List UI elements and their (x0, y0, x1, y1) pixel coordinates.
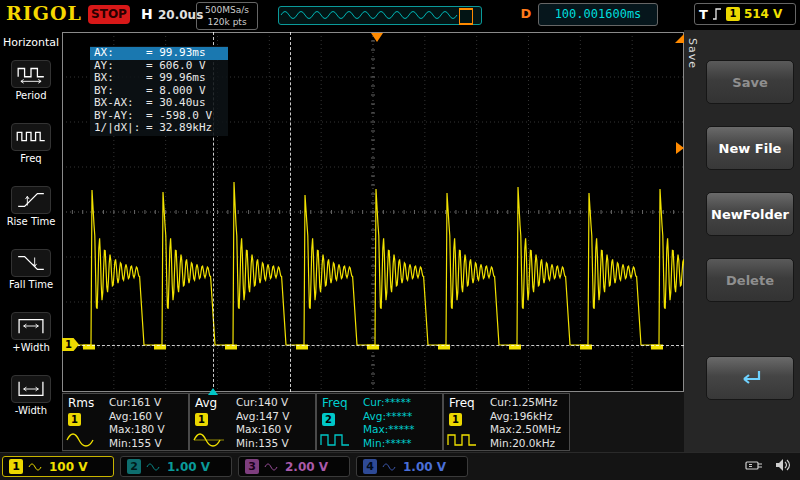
measurement-channel-badge: 1 (449, 413, 462, 426)
cursor-b-vertical-line[interactable] (290, 32, 291, 392)
pulse-wave-icon (446, 431, 480, 453)
cursor-row-bxax: BX-AX: = 30.40us (90, 97, 228, 110)
measurement-values: Cur:140 V Avg:147 V Max:160 V Min:135 V (236, 396, 292, 450)
measurement-max: Max:160 V (236, 423, 292, 437)
cursor-horizontal-line[interactable] (62, 345, 684, 346)
measurement-name: Avg (195, 396, 217, 410)
channel-2-block[interactable]: 2 1.00 V (120, 456, 232, 477)
cursor-row-freq: 1/|dX|: = 32.89kHz (90, 122, 228, 135)
measurement-max: Max:2.50MHz (490, 423, 561, 437)
cursor-handle-marker[interactable] (208, 388, 218, 395)
trigger-info-box: T 1 514 V (694, 3, 796, 25)
sidebar-item-label: +Width (12, 342, 49, 353)
channel-scale: 2.00 V (285, 460, 328, 474)
sidebar-item-label: -Width (15, 405, 47, 416)
sidebar-item-period[interactable]: Period (0, 49, 62, 112)
channel-number-badge: 1 (9, 459, 23, 474)
return-arrow-icon (737, 368, 763, 388)
measurement-max: Max:***** (363, 423, 415, 437)
memory-depth: 120k pts (197, 16, 257, 28)
cursor-row-value: = 32.89kHz (146, 122, 224, 135)
cursor-row-value: = 99.96ms (146, 72, 224, 85)
measurement-cell-freq-ch2[interactable]: Freq 2 Cur:***** Avg:***** Max:***** Min… (316, 393, 443, 451)
measurement-name: Rms (68, 396, 94, 410)
cursor-row-name: AX: (94, 47, 146, 60)
top-status-bar: RIGOL STOP H 20.0us 500MSa/s 120k pts D … (0, 0, 800, 30)
acquisition-status-badge: STOP (88, 5, 130, 24)
sidebar-item-label: Fall Time (9, 279, 53, 290)
measurement-values: Cur:***** Avg:***** Max:***** Min:***** (363, 396, 415, 450)
measurement-channel-badge: 2 (322, 413, 335, 426)
fall-time-icon (11, 249, 51, 277)
channel-number-badge: 4 (363, 459, 377, 474)
save-button[interactable]: Save (706, 60, 794, 104)
measurement-min: Min:***** (363, 437, 415, 451)
channel-scale: 1.00 V (167, 460, 210, 474)
system-icons (745, 458, 792, 472)
measurement-min: Min:155 V (109, 437, 165, 451)
new-file-button[interactable]: New File (706, 126, 794, 170)
delay-value: 100.001600ms (538, 3, 658, 26)
measure-sidebar-title: Horizontal (0, 30, 62, 49)
channel-number-badge: 3 (245, 459, 259, 474)
trigger-level-value: 514 V (744, 7, 783, 21)
minus-width-icon (11, 375, 51, 403)
sidebar-item-label: Rise Time (7, 216, 56, 227)
channel-3-block[interactable]: 3 2.00 V (238, 456, 350, 477)
measurement-channel-badge: 1 (195, 413, 208, 426)
cursor-row-name: BX: (94, 72, 146, 85)
delay-label: D (518, 4, 534, 24)
measurement-cell-freq-ch1[interactable]: Freq 1 Cur:1.25MHz Avg:196kHz Max:2.50MH… (443, 393, 570, 451)
measurement-values: Cur:161 V Avg:160 V Max:180 V Min:155 V (109, 396, 165, 450)
measure-sidebar: Horizontal Period Freq Rise Time Fall Ti… (0, 30, 62, 452)
measurement-cell-avg[interactable]: Avg 1 Cur:140 V Avg:147 V Max:160 V Min:… (189, 393, 316, 451)
cursor-row-name: BX-AX: (94, 97, 146, 110)
channel-scale: 1.00 V (403, 460, 446, 474)
period-icon (11, 60, 51, 88)
measurement-avg: Avg:160 V (109, 410, 165, 424)
sidebar-item-freq[interactable]: Freq (0, 112, 62, 175)
measurement-cur: Cur:140 V (236, 396, 292, 410)
measurement-cur: Cur:***** (363, 396, 415, 410)
menu-tab-save: Save (686, 38, 699, 69)
channel-4-block[interactable]: 4 1.00 V (356, 456, 468, 477)
sidebar-item-plus-width[interactable]: +Width (0, 301, 62, 364)
sidebar-item-minus-width[interactable]: -Width (0, 364, 62, 427)
channel-status-bar: 1 100 V 2 1.00 V 3 2.00 V 4 1.00 (0, 452, 800, 480)
back-button[interactable] (706, 356, 794, 400)
usb-icon (745, 458, 765, 472)
preview-window-marker (459, 8, 473, 25)
preview-waveform-icon (279, 7, 479, 22)
cursor-row-bx: BX: = 99.96ms (90, 72, 228, 85)
coupling-icon (264, 462, 280, 472)
menu-page-arrow-icon (676, 142, 684, 154)
coupling-icon (382, 462, 398, 472)
sidebar-item-rise-time[interactable]: Rise Time (0, 175, 62, 238)
freq-icon (11, 123, 51, 151)
trigger-position-marker[interactable] (371, 33, 383, 42)
sample-rate-box: 500MSa/s 120k pts (196, 2, 258, 30)
measurement-avg: Avg:147 V (236, 410, 292, 424)
measurement-cur: Cur:1.25MHz (490, 396, 561, 410)
measurement-values: Cur:1.25MHz Avg:196kHz Max:2.50MHz Min:2… (490, 396, 561, 450)
coupling-icon (28, 462, 44, 472)
trigger-source-badge: 1 (726, 7, 740, 21)
sine-wave-icon (65, 431, 99, 453)
speaker-icon (775, 458, 792, 472)
measurement-bar: Rms 1 Cur:161 V Avg:160 V Max:180 V Min:… (62, 392, 684, 452)
measurement-channel-badge: 1 (68, 413, 81, 426)
coupling-icon (146, 462, 162, 472)
oscilloscope-screen: RIGOL STOP H 20.0us 500MSa/s 120k pts D … (0, 0, 800, 480)
delete-button[interactable]: Delete (706, 258, 794, 302)
measurement-name: Freq (322, 396, 348, 410)
horizontal-label: H (141, 6, 153, 22)
rigol-logo: RIGOL (6, 2, 82, 24)
new-folder-button[interactable]: NewFolder (706, 192, 794, 236)
measurement-cell-rms[interactable]: Rms 1 Cur:161 V Avg:160 V Max:180 V Min:… (62, 393, 189, 451)
sidebar-item-label: Freq (20, 153, 41, 164)
sample-rate: 500MSa/s (197, 4, 257, 16)
measurement-min: Min:135 V (236, 437, 292, 451)
channel-1-block[interactable]: 1 100 V (2, 456, 114, 477)
sidebar-item-fall-time[interactable]: Fall Time (0, 238, 62, 301)
sine-wave-icon (192, 431, 226, 453)
